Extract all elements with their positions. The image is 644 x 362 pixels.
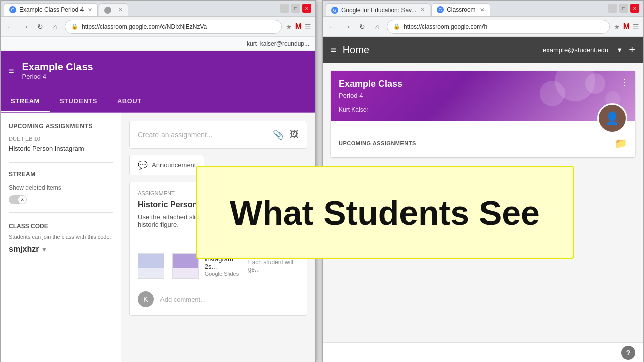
right-window-controls: — □ ✕ [608,4,639,13]
left-url-text: https://classroom.google.com/c/NDIxNjEzN… [82,23,207,30]
overlay-text: What Students See [230,193,540,232]
avatar-icon: 👤 [605,111,620,125]
help-button[interactable]: ? [621,346,635,360]
left-tab-close[interactable]: ✕ [88,7,92,13]
right-bottom-bar: ? [323,342,643,362]
right-tab1-label: Google for Education: Sav... [341,7,416,14]
left-window-controls: — □ ✕ [280,4,311,13]
toggle-knob: ✕ [18,196,26,204]
right-close-btn[interactable]: ✕ [630,4,639,13]
sidebar-assignment-name: Historic Person Instagram [9,145,113,152]
create-placeholder: Create an assignment... [138,131,213,139]
teacher-avatar: 👤 [597,103,627,133]
comment-input[interactable]: Add comment... [160,296,299,303]
home-button[interactable]: ⌂ [50,21,61,32]
right-favicon-2: G [437,6,444,13]
att-note: Each student will ge... [248,259,299,273]
left-url-bar[interactable]: 🔒 https://classroom.google.com/c/NDIxNjE… [65,20,282,34]
right-tab2-close[interactable]: ✕ [480,7,485,13]
right-menu-icon[interactable]: ☰ [633,23,639,31]
attachment-thumb2 [172,253,198,279]
left-tab2-close[interactable]: ✕ [118,7,123,13]
tab-stream[interactable]: STREAM [1,91,50,112]
right-title-bar: G Google for Education: Sav... ✕ G Class… [323,1,643,17]
classroom-header: ≡ Example Class Period 4 [1,51,315,91]
create-assignment-bar[interactable]: Create an assignment... 📎 🖼 [129,121,307,149]
right-user-dropdown[interactable]: ▼ [616,46,623,54]
stream-section-title: STREAM [9,171,113,178]
image-create-icon[interactable]: 🖼 [290,129,299,140]
right-forward-button[interactable]: → [342,21,353,32]
class-code-title: CLASS CODE [9,223,113,230]
right-url-text: https://classroom.google.com/h [404,23,487,30]
announcement-label: Announcement [152,161,196,169]
right-url-bar[interactable]: 🔒 https://classroom.google.com/h [387,20,610,34]
right-tab2-label: Classroom [447,6,475,13]
left-tab-active[interactable]: G Example Class Period 4 ✕ [4,3,98,16]
extension-icon[interactable]: M [295,22,302,31]
show-deleted-label: Show deleted items [9,184,113,191]
favicon-left2 [104,7,111,14]
tab-students[interactable]: STUDENTS [50,91,107,112]
sidebar-divider2 [9,212,113,213]
card-teacher: Kurt Kaiser [339,106,627,113]
class-code-value: smjxhzr [9,245,39,253]
upcoming-assignments-title: UPCOMING ASSIGNMENTS [9,123,113,130]
left-maximize-btn[interactable]: □ [291,4,300,13]
class-card-body: UPCOMING ASSIGNMENTS 📁 [331,121,635,157]
due-date: DUE FEB 10 [9,136,113,142]
right-hamburger[interactable]: ≡ [331,44,337,56]
class-code-desc: Students can join the class with this co… [9,234,113,240]
right-back-button[interactable]: ← [327,21,338,32]
left-close-btn[interactable]: ✕ [302,4,311,13]
card-upcoming-title: UPCOMING ASSIGNMENTS [339,140,416,146]
att-type: Google Slides [205,270,242,277]
right-extension-icon[interactable]: M [623,22,630,31]
right-maximize-btn[interactable]: □ [619,4,628,13]
show-deleted-toggle[interactable]: ✕ [9,195,27,204]
create-icons: 📎 🖼 [273,129,299,140]
add-comment-bar: K Add comment... [138,285,299,307]
hamburger-menu[interactable]: ≡ [9,66,14,76]
star-icon[interactable]: ★ [286,23,292,31]
right-app-header: ≡ Home example@student.edu ▼ + [323,37,643,63]
announcement-btn[interactable]: 💬 Announcement [129,155,204,175]
right-refresh-button[interactable]: ↻ [357,21,368,32]
left-address-bar: ← → ↻ ⌂ 🔒 https://classroom.google.com/c… [1,17,315,37]
card-menu-icon[interactable]: ⋮ [620,77,629,88]
overlay-banner: What Students See [196,166,574,259]
right-minimize-btn[interactable]: — [608,4,617,13]
code-dropdown-icon[interactable]: ▼ [41,246,47,253]
right-tab-1[interactable]: G Google for Education: Sav... ✕ [326,3,430,16]
class-card: ⋮ Example Class Period 4 Kurt Kaiser 👤 U… [331,71,635,157]
right-address-bar: ← → ↻ ⌂ 🔒 https://classroom.google.com/h… [323,17,643,37]
left-tab-2[interactable]: ✕ [99,3,128,16]
back-button[interactable]: ← [5,21,16,32]
attachment-thumb [138,253,164,279]
menu-icon-left[interactable]: ☰ [305,23,311,31]
left-title-bar: G Example Class Period 4 ✕ ✕ — □ ✕ [1,1,315,17]
right-favicon-1: G [331,7,338,14]
right-star-icon[interactable]: ★ [614,23,620,31]
left-minimize-btn[interactable]: — [280,4,289,13]
right-tab-active[interactable]: G Classroom ✕ [431,3,490,16]
left-tab-label: Example Class Period 4 [19,6,84,13]
class-card-header: ⋮ Example Class Period 4 Kurt Kaiser 👤 [331,71,635,121]
attachment-create-icon[interactable]: 📎 [273,129,284,140]
left-user-bar: kurt_kaiser@roundup... [1,37,315,51]
class-period-header: Period 4 [22,73,93,80]
folder-icon[interactable]: 📁 [615,137,627,149]
refresh-button[interactable]: ↻ [35,21,46,32]
home-title: Home [343,44,537,56]
tab-about[interactable]: ABOUT [107,91,152,112]
right-home-button[interactable]: ⌂ [372,21,383,32]
forward-button[interactable]: → [20,21,31,32]
lock-icon: 🔒 [71,23,78,30]
left-tabs: G Example Class Period 4 ✕ ✕ [4,1,129,16]
stream-section: STREAM Show deleted items ✕ [9,171,113,204]
right-tab1-close[interactable]: ✕ [420,7,425,13]
toggle-container: ✕ [9,195,113,204]
user-avatar: K [138,291,154,307]
add-class-button[interactable]: + [629,43,635,56]
right-user-label: example@student.edu [543,46,608,54]
